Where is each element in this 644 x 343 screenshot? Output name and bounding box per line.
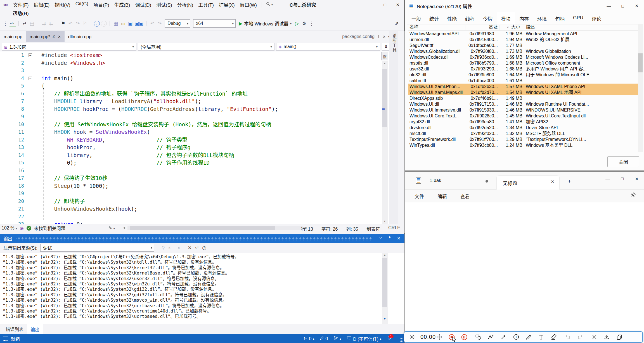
menu-item-help[interactable]: 帮助(H)	[10, 8, 31, 18]
pointer-return-icon[interactable]: ↵	[22, 20, 28, 27]
module-row[interactable]: urlmon.dll 0x7ff915400... 1.94 MB Win32 …	[408, 37, 638, 42]
close-tab-icon[interactable]: ✕	[58, 35, 61, 39]
document-tab[interactable]: dllmain.cpp ⚲ ✕	[65, 31, 95, 42]
close-dialog-button[interactable]: 关闭	[607, 156, 639, 167]
paste-icon[interactable]: ▤	[29, 20, 35, 27]
undo-icon[interactable]: ↶	[149, 20, 155, 27]
properties-tab[interactable]: 内存	[515, 13, 533, 25]
tab-mode-indicator[interactable]: 制表符	[366, 225, 380, 232]
menu-item[interactable]: 测试(S)	[154, 0, 175, 9]
close-panel-icon[interactable]: ✕	[397, 236, 401, 241]
close-tab-icon[interactable]: ✕	[551, 179, 554, 184]
minimize-button[interactable]: —	[366, 0, 378, 9]
caret-char-indicator[interactable]: 字符: 26	[321, 225, 338, 232]
properties-tab[interactable]: 环境	[533, 13, 551, 25]
solution-platform-select[interactable]: x64▾	[193, 19, 236, 28]
bottom-panel-tab[interactable]: 错误列表	[2, 324, 27, 334]
module-row[interactable]: calibri.ttf 0x1dfbca000... 1.61 MB	[408, 78, 638, 84]
run-outline-icon[interactable]: ▷	[294, 20, 300, 27]
menu-item[interactable]: 生成(B)	[112, 0, 133, 9]
module-row[interactable]: DirectXApps.sdb 0x7df46b91... 1.49 MB	[408, 95, 638, 101]
stop-icon[interactable]	[448, 334, 455, 340]
menu-item[interactable]: Git(G)	[73, 0, 91, 9]
attach-icon[interactable]: ⚙	[301, 20, 307, 27]
rec-undo-icon[interactable]	[564, 334, 571, 340]
scrollbar-thumb[interactable]	[382, 258, 387, 307]
clear-all-icon[interactable]: ✕	[187, 244, 193, 251]
notepad-tab-1bak[interactable]: 1.bak	[430, 178, 441, 183]
share-icon[interactable]: ⇗	[394, 20, 400, 27]
bookmark-icon[interactable]: ⚑	[60, 20, 66, 27]
col-name[interactable]: 名称	[408, 25, 465, 30]
pencil-icon[interactable]	[525, 334, 532, 340]
git-sync-button[interactable]: 0▴	[303, 336, 314, 342]
close-button[interactable]: ✕	[630, 0, 644, 11]
nav-back-icon[interactable]: ←	[94, 21, 100, 27]
module-row[interactable]: Windows.UI.Core.TextI... 0x7ff9028c0... …	[408, 113, 638, 119]
caret-col-indicator[interactable]: 列: 35	[346, 225, 358, 232]
promote-icon[interactable]: ↥	[377, 35, 380, 39]
module-row[interactable]: WindowsCodecs.dll 0x7ff936cd0... 1.69 MB…	[408, 54, 638, 60]
minimize-button[interactable]: —	[600, 172, 615, 186]
menu-item[interactable]: 调试(D)	[132, 0, 154, 9]
menu-item[interactable]: 分析(N)	[175, 0, 196, 9]
bottom-panel-tab[interactable]: 输出	[27, 324, 43, 334]
properties-tab[interactable]: 令牌	[479, 13, 497, 25]
menu-item[interactable]: 文件(F)	[11, 0, 31, 9]
editor-scrollbar[interactable]: ▲ ▼	[382, 61, 388, 224]
more-icon[interactable]: ⋮	[308, 20, 314, 27]
save-icon[interactable]: ▣	[127, 20, 133, 27]
symbol-dropdown[interactable]: ◈main()▾	[276, 43, 380, 51]
properties-tab[interactable]: 一般	[407, 13, 425, 25]
eraser-icon[interactable]	[550, 334, 557, 340]
col-size[interactable]: ˅大小	[499, 25, 524, 30]
pending-edits-button[interactable]: 0	[320, 336, 328, 341]
output-scrollbar[interactable]: ▲ ▼	[382, 253, 388, 324]
scrollbar-thumb[interactable]	[638, 53, 643, 72]
feedback-icon[interactable]	[3, 337, 8, 341]
module-row[interactable]: WinTypes.dll 0x7ff93cb80... 1.24 MB Wind…	[408, 142, 638, 148]
next-message-icon[interactable]: ⇥	[175, 244, 181, 251]
redo-nav-icon[interactable]: ↷	[75, 20, 81, 27]
unindent-icon[interactable]: ⇇	[48, 20, 54, 27]
menu-item[interactable]: 视图(V)	[52, 0, 73, 9]
hscrollbar-thumb[interactable]	[130, 226, 275, 230]
col-base[interactable]: 基址	[465, 25, 499, 30]
freehand-icon[interactable]	[487, 334, 494, 340]
module-row[interactable]: TextInputFramework.dll 0x7ff91ff700... 1…	[408, 136, 638, 142]
scrollbar-thumb[interactable]	[382, 69, 387, 127]
time-icon[interactable]: ◷	[201, 244, 207, 251]
output-log[interactable]: “1.3-加密.exe” (Win32): 已加载 “D:\C#project\…	[0, 253, 382, 324]
modules-scrollbar[interactable]	[638, 24, 643, 152]
window-position-dropdown-icon[interactable]	[379, 236, 383, 241]
properties-tab[interactable]: 线程	[461, 13, 479, 25]
minimize-button[interactable]: —	[602, 0, 616, 11]
module-row[interactable]: Windows.UI.Xaml.Maps.dll 0x1dfb2d70... 1…	[408, 89, 638, 95]
module-row[interactable]: ole32.dll 0x7ff93fc800... 1.64 MB 用于 Win…	[408, 72, 638, 78]
menu-item[interactable]: 项目(P)	[91, 0, 112, 9]
module-row[interactable]: msptls.dll 0x7ff8b5790... 1.68 MB Micros…	[408, 60, 638, 66]
autoscroll-icon[interactable]: ▼	[382, 317, 388, 320]
close-button[interactable]: ✕	[629, 172, 644, 186]
notepad-menu-item[interactable]: 文件	[412, 191, 427, 201]
open-file-icon[interactable]: ▭	[120, 20, 126, 27]
properties-tab[interactable]: 句柄	[551, 13, 569, 25]
pin-panel-icon[interactable]	[388, 236, 392, 241]
nav-forward-icon[interactable]: →	[101, 21, 107, 27]
module-row[interactable]: drvstore.dll 0x7ff92da20... 1.34 MB Driv…	[408, 125, 638, 131]
word-wrap-icon[interactable]: ↵	[194, 244, 200, 251]
number-1-icon[interactable]: 1	[513, 334, 519, 340]
scroll-down-icon[interactable]: ▼	[382, 219, 388, 224]
col-desc[interactable]: 描述	[524, 25, 638, 30]
maximize-button[interactable]: □	[378, 0, 391, 9]
close-icon[interactable]: ✕	[383, 35, 386, 39]
scroll-up-icon[interactable]: ▲	[382, 253, 388, 257]
output-panel-header[interactable]: 输出 ✕	[0, 234, 404, 243]
spell-check-icon[interactable]: abc	[10, 20, 16, 27]
project-dropdown[interactable]: ⊞1.3-加密▾	[2, 43, 136, 51]
trust-mode-button[interactable]: D (不可信任)▴	[347, 335, 381, 342]
intellisense-icon[interactable]: ◉	[20, 226, 24, 231]
scope-dropdown[interactable]: (全局范围)▾	[138, 43, 274, 51]
output-source-select[interactable]: 调试▾	[40, 244, 154, 252]
modules-table-header[interactable]: 名称 基址 ˅大小 描述	[408, 24, 638, 31]
